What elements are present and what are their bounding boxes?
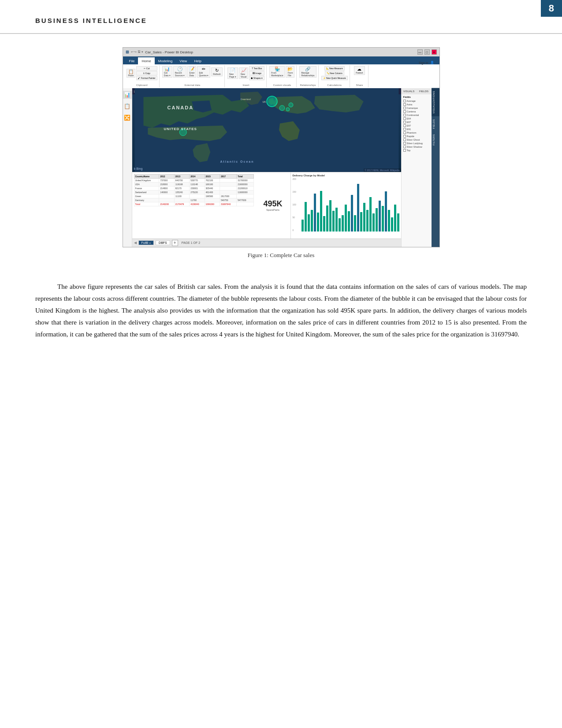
tab-visualizations-vertical[interactable]: VISUALIZATIONS — [432, 88, 439, 116]
field-item-continental[interactable]: Continental — [403, 113, 430, 117]
page-count: PAGE 1 OF 2 — [182, 241, 200, 244]
ribbon-tab-view[interactable]: View — [176, 57, 190, 64]
cut-button[interactable]: ✂ Cut — [136, 66, 157, 71]
new-visual-icon: 📈 — [241, 68, 246, 73]
title-bar-left: ⊞ ↩ ↪ 🖫 ▾ Car_Sales - Power BI Desktop — [126, 50, 193, 54]
ribbon-tab-file[interactable]: File — [126, 57, 138, 64]
model-view-icon[interactable]: 🔀 — [123, 114, 132, 122]
tab-dbfs[interactable]: DBFS — [156, 240, 170, 245]
copy-button[interactable]: ⎘ Copy — [136, 71, 157, 75]
chart-bar — [342, 215, 344, 231]
checkbox-astra[interactable] — [403, 103, 406, 106]
chart-bar — [394, 205, 396, 231]
new-quick-measure-button[interactable]: ⚡ New Quick Measure — [321, 76, 348, 80]
checkbox-rapide[interactable] — [403, 135, 406, 138]
image-button[interactable]: 🖼 Image — [249, 71, 264, 75]
chart-bar — [388, 210, 390, 231]
canada-map-label: CANADA — [167, 105, 194, 110]
maximize-button[interactable]: □ — [424, 49, 430, 55]
table-row: USA 218000 119168 110148 166160 21600000 — [134, 182, 253, 186]
paste-button[interactable]: 📋 Paste — [127, 69, 136, 78]
signin-icon: 👤 — [430, 61, 434, 64]
chart-bar — [305, 202, 307, 231]
tab-fields-panel[interactable]: FIELDS — [417, 88, 432, 94]
tab-fullb[interactable]: FullB ● — [138, 240, 154, 245]
field-item-e87a[interactable]: E87 — [403, 120, 430, 124]
checkbox-average[interactable] — [403, 100, 406, 102]
checkbox-e64[interactable] — [403, 117, 406, 120]
chart-title: Delivery Charge by Model — [293, 174, 399, 177]
checkbox-e91[interactable] — [403, 128, 406, 131]
tab-filters-vertical[interactable]: FILTERS — [432, 131, 439, 148]
ribbon-tab-modeling[interactable]: Modeling — [155, 57, 176, 64]
checkbox-camarque[interactable] — [403, 107, 406, 109]
nav-left[interactable]: ◀ — [134, 241, 137, 245]
close-button[interactable]: × — [432, 49, 437, 55]
checkbox-e87a[interactable] — [403, 121, 406, 123]
fields-section: Fields Average Astra Camarque — [402, 94, 432, 153]
new-page-icon: 📄 — [230, 68, 235, 73]
enter-data-button[interactable]: 📝 EnterData — [187, 66, 196, 78]
ribbon-tab-home[interactable]: Home — [138, 57, 154, 64]
left-sidebar: 📊 📋 🔀 — [123, 88, 132, 247]
body-text: The above figure represents the car sale… — [0, 272, 562, 358]
field-item-average[interactable]: Average — [403, 99, 430, 103]
minimize-button[interactable]: — — [417, 49, 423, 55]
signin-text[interactable]: Sign in — [419, 61, 428, 64]
new-column-button[interactable]: 📏 New Column — [325, 71, 344, 75]
field-item-silver-ghost[interactable]: Silver Ghost — [403, 138, 430, 142]
get-data-button[interactable]: 📊 GetData ▾ — [162, 66, 172, 78]
checkbox-silver-shadow[interactable] — [403, 146, 406, 148]
format-painter-button[interactable]: 🖌 Format Painter — [136, 76, 157, 80]
field-item-top[interactable]: Top — [403, 149, 430, 152]
new-visual-button[interactable]: 📈 NewVisual — [239, 67, 249, 79]
report-view-icon[interactable]: 📊 — [123, 91, 132, 99]
checkbox-phantom[interactable] — [403, 131, 406, 134]
field-item-e87b[interactable]: E87 — [403, 124, 430, 127]
textbox-button[interactable]: T Text Box — [249, 66, 264, 71]
field-item-silver-shadow[interactable]: Silver Shadow — [403, 145, 430, 149]
field-item-silver-ladybug[interactable]: Silver Ladybug — [403, 142, 430, 145]
tab-fields-vertical[interactable]: FIELDS — [432, 116, 439, 131]
add-tab-button[interactable]: + — [172, 240, 178, 246]
insert-buttons: 📄 NewPage ▾ 📈 NewVisual T Text Box 🖼 Ima… — [227, 66, 264, 80]
checkbox-top[interactable] — [403, 149, 406, 152]
chart-bar — [354, 215, 356, 231]
from-file-button[interactable]: 📂 FromFile — [286, 66, 294, 78]
checkbox-cantena[interactable] — [403, 110, 406, 113]
field-item-astra[interactable]: Astra — [403, 103, 430, 106]
chart-bar — [382, 206, 384, 231]
field-item-e64[interactable]: E64 — [403, 117, 430, 120]
manage-rel-button[interactable]: 🔗 ManageRelationships — [299, 66, 316, 78]
field-item-rapide[interactable]: Rapide — [403, 134, 430, 138]
checkbox-continental[interactable] — [403, 114, 406, 116]
data-view-icon[interactable]: 📋 — [123, 102, 132, 110]
map-copyright: © 2017 HERE, Microsoft, Wikipedia — [364, 168, 401, 172]
chart-bar — [351, 195, 353, 231]
new-measure-button[interactable]: 📐 New Measure — [324, 66, 345, 71]
field-item-camarque[interactable]: Camarque — [403, 106, 430, 110]
shapes-button[interactable]: ⬟ Shapes ▾ — [249, 76, 264, 80]
tab-visualizations[interactable]: VISUALS — [402, 88, 417, 94]
total-row: Total 2140200 2170479 4136040 1090200 31… — [134, 202, 253, 206]
usa-map-label: UNITED STATES — [164, 127, 197, 131]
field-item-cantena[interactable]: Cantena — [403, 110, 430, 113]
checkbox-e87b[interactable] — [403, 124, 406, 127]
table-body: United Kingdom 737000 640700 530770 7621… — [134, 178, 253, 206]
field-item-phantom[interactable]: Phantom — [403, 131, 430, 134]
marketplace-button[interactable]: 🏪 FromMarketplace — [269, 66, 285, 78]
field-item-e91[interactable]: E91 — [403, 127, 430, 131]
publish-button[interactable]: ☁ Publish — [354, 66, 365, 75]
new-page-button[interactable]: 📄 NewPage ▾ — [227, 67, 238, 79]
page-header: BUSINESS INTELLIGENCE — [0, 0, 562, 34]
checkbox-silver-ghost[interactable] — [403, 138, 406, 141]
recent-sources-button[interactable]: 🕐 RecentSources ▾ — [173, 66, 187, 78]
title-bar-controls[interactable]: — □ × — [417, 49, 437, 55]
kpi-value: 495K — [263, 199, 282, 209]
ribbon-tab-help[interactable]: Help — [190, 57, 205, 64]
ribbon-group-external: 📊 GetData ▾ 🕐 RecentSources ▾ 📝 EnterDat… — [160, 65, 225, 87]
edit-queries-button[interactable]: ✏ EditQueries ▾ — [197, 66, 210, 78]
signin-area[interactable]: Sign in 👤 — [416, 61, 436, 64]
checkbox-silver-ladybug[interactable] — [403, 142, 406, 145]
refresh-button[interactable]: ↻ Refresh — [211, 67, 223, 76]
